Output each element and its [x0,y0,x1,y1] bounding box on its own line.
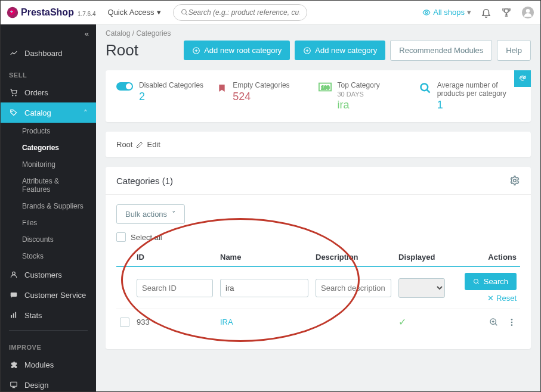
plus-circle-icon [192,46,200,55]
reset-link[interactable]: ✕ Reset [487,294,517,303]
nav-design[interactable]: Design [1,375,96,391]
svg-point-2 [11,11,13,12]
col-desc[interactable]: Description [312,248,395,267]
nav-orders[interactable]: Orders [1,82,96,102]
trend-icon [9,48,18,58]
tag-icon [9,108,18,117]
caret-down-icon: ▾ [467,8,471,17]
svg-point-41 [511,319,513,321]
stat-top-sub: 30 DAYS [338,91,380,98]
search-id-input[interactable] [137,279,213,297]
plus-circle-icon [303,46,311,55]
nav-stocks[interactable]: Stocks [1,248,96,265]
nav-discounts[interactable]: Discounts [1,231,96,248]
nav-attributes[interactable]: Attributes & Features [1,173,96,198]
eye-icon [422,8,431,17]
help-button[interactable]: Help [497,40,531,61]
svg-line-33 [426,90,429,93]
search-icon [473,278,480,285]
categories-title: Categories (1) [116,176,173,186]
magnify-icon [419,82,431,94]
zoom-icon[interactable] [489,318,499,327]
trophy-icon[interactable] [501,7,512,18]
svg-text:100: 100 [321,85,329,91]
nav-customers[interactable]: Customers [1,265,96,285]
svg-line-4 [186,13,187,15]
nav-catalog[interactable]: Catalog ˄ [1,102,96,123]
global-search[interactable] [173,4,307,21]
svg-point-43 [511,324,513,326]
svg-point-5 [426,11,428,14]
add-root-category-button[interactable]: Add new root category [184,41,290,60]
edit-path-panel: Root Edit [106,132,531,157]
nav-categories[interactable]: Categories [1,139,96,156]
avatar-icon[interactable] [521,6,534,19]
nav-heading-improve: IMPROVE [1,335,96,354]
money-icon: 100 [319,82,332,92]
nav-files[interactable]: Files [1,214,96,231]
svg-point-42 [511,321,513,323]
bookmark-icon [217,82,227,94]
nav-modules[interactable]: Modules [1,354,96,375]
caret-down-icon: ▾ [157,8,161,17]
nav-customer-service[interactable]: Customer Service [1,285,96,305]
refresh-button[interactable] [514,70,531,87]
breadcrumb-current: Categories [136,29,171,38]
nav-dashboard[interactable]: Dashboard [1,43,96,63]
table-row[interactable]: 933 IRA ✓ [116,309,520,335]
breadcrumb: Catalog / Categories [96,24,540,38]
nav-stats[interactable]: Stats [1,305,96,325]
select-all-label: Select all [131,233,162,242]
svg-rect-13 [15,312,16,318]
bulk-actions-button[interactable]: Bulk actions ˅ [116,204,185,224]
nav-products[interactable]: Products [1,123,96,139]
stat-top-value: ira [338,99,380,111]
categories-panel: Categories (1) Bulk actions ˅ Select all… [106,167,531,349]
bar-icon [9,310,18,320]
stat-top-label: Top Category [338,81,380,89]
search-name-input[interactable] [220,279,308,297]
select-all-checkbox[interactable] [116,232,126,242]
row-id: 933 [133,309,217,335]
close-icon: ✕ [487,294,494,303]
bell-icon[interactable] [481,7,491,18]
row-name-link[interactable]: IRA [220,318,233,326]
col-displayed[interactable]: Displayed [395,248,449,267]
edit-link[interactable]: Edit [147,140,160,149]
add-category-button[interactable]: Add new category [295,41,385,60]
quick-access-menu[interactable]: Quick Access ▾ [108,8,161,17]
gear-icon [509,175,520,186]
puzzle-icon [9,360,18,369]
breadcrumb-parent[interactable]: Catalog [106,29,130,38]
svg-point-7 [526,9,530,13]
chat-icon [9,290,18,300]
settings-button[interactable] [509,175,520,186]
search-displayed-select[interactable] [398,278,445,298]
svg-point-3 [181,10,186,14]
nav-monitoring[interactable]: Monitoring [1,156,96,173]
svg-rect-14 [11,382,17,386]
nav-brands[interactable]: Brands & Suppliers [1,198,96,214]
edit-root-text: Root [116,140,132,149]
stat-disabled-value: 2 [139,91,203,103]
row-checkbox[interactable] [120,318,129,327]
collapse-sidebar[interactable]: « [1,24,96,43]
user-icon [9,270,18,279]
svg-point-32 [421,84,428,91]
more-icon[interactable] [507,318,517,327]
chevron-down-icon: ˅ [172,210,176,219]
stats-panel: Disabled Categories 2 Empty Categories 5… [106,70,531,122]
page-title: Root [106,41,138,60]
search-input[interactable] [188,8,299,17]
search-button[interactable]: Search [465,273,517,290]
toggle-icon [116,82,133,91]
col-name[interactable]: Name [217,248,312,267]
search-desc-input[interactable] [316,279,391,297]
stat-empty-value: 524 [233,91,289,103]
check-icon: ✓ [398,317,406,327]
brand-logo: PrestaShop [7,7,74,18]
shop-selector[interactable]: All shops ▾ [422,8,471,17]
col-id[interactable]: ID [133,248,217,267]
svg-point-34 [514,179,517,182]
recommended-modules-button[interactable]: Recommended Modules [390,40,492,61]
